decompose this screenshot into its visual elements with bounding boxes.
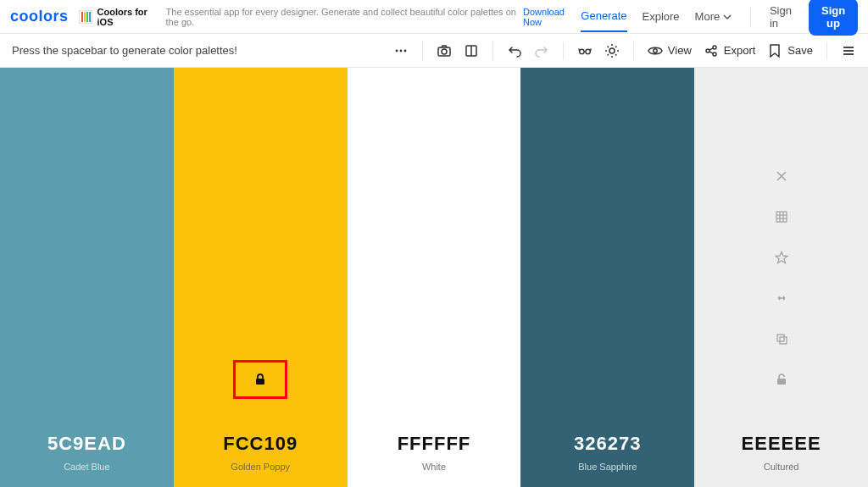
glasses-icon[interactable] [577,43,593,58]
svg-rect-39 [780,337,787,344]
svg-rect-40 [777,379,786,385]
favorite-button[interactable] [772,248,791,267]
undo-icon[interactable] [507,43,522,58]
menu-icon[interactable] [841,43,856,58]
export-label: Export [724,44,756,57]
swatch-5c9ead[interactable]: 5C9EADCadet Blue [0,68,174,487]
hex-code[interactable]: EEEEEE [742,433,821,455]
svg-line-27 [709,47,713,49]
svg-point-26 [713,53,716,56]
view-label: View [668,44,692,57]
promo-desc: The essential app for every designer. Ge… [166,7,518,27]
svg-rect-1 [81,12,83,22]
swatch-tools [772,167,791,389]
shades-button[interactable] [772,208,791,226]
nav-explore[interactable]: Explore [643,2,680,31]
color-name: Cultured [764,462,799,472]
svg-rect-4 [89,12,91,22]
save-label: Save [787,44,813,57]
swatch-eeeeee[interactable]: EEEEEECultured [694,68,868,487]
camera-icon[interactable] [437,43,452,58]
app-icon [79,10,92,24]
toolbar: Press the spacebar to generate color pal… [0,34,868,68]
swatch-ffffff[interactable]: FFFFFFWhite [348,68,521,487]
svg-line-21 [615,46,617,47]
color-name: Cadet Blue [64,462,109,472]
nav-links: Generate Explore More Sign in Sign up [581,0,858,38]
save-button[interactable]: Save [767,43,813,58]
svg-rect-33 [776,212,787,222]
svg-line-28 [709,51,713,53]
svg-point-5 [395,49,398,52]
nav-generate[interactable]: Generate [581,1,626,32]
signup-button[interactable]: Sign up [809,0,858,36]
nav-divider [750,8,751,26]
svg-line-19 [607,46,609,47]
nav-more-label: More [695,10,721,23]
palette: 5C9EADCadet BlueFCC109Golden PoppyFFFFFF… [0,68,868,487]
move-button[interactable] [772,289,791,307]
eye-icon [648,43,663,58]
color-name: Blue Sapphire [578,462,637,472]
copy-button[interactable] [772,329,791,348]
logo[interactable]: coolors [10,8,69,25]
svg-line-22 [607,54,609,56]
view-button[interactable]: View [648,43,692,58]
svg-rect-3 [86,12,88,22]
chevron-down-icon [723,13,732,21]
svg-rect-38 [777,335,784,341]
svg-point-12 [580,49,584,53]
collage-icon[interactable] [464,43,479,58]
promo-download-link[interactable]: Download Now [523,7,581,27]
lock-icon [253,372,268,387]
toolbar-hint: Press the spacebar to generate color pal… [12,44,237,57]
share-icon [704,43,719,58]
locked-indicator[interactable] [233,360,287,399]
svg-rect-2 [84,12,86,22]
promo-title: Coolors for iOS [97,7,161,27]
redo-icon[interactable] [534,43,549,58]
hex-code[interactable]: 5C9EAD [47,433,126,455]
svg-point-24 [706,49,709,53]
svg-point-13 [586,49,590,53]
nav-signin[interactable]: Sign in [770,0,793,38]
export-button[interactable]: Export [704,43,756,58]
topbar: coolors Coolors for iOS The essential ap… [0,0,868,34]
hex-code[interactable]: 326273 [574,433,641,455]
more-dots-icon[interactable] [393,43,409,58]
promo-banner: Coolors for iOS The essential app for ev… [79,7,581,27]
bookmark-icon [767,43,782,58]
hex-code[interactable]: FCC109 [223,433,298,455]
svg-point-6 [399,49,402,52]
svg-point-7 [403,49,406,52]
color-name: Golden Poppy [231,462,290,472]
hex-code[interactable]: FFFFFF [398,433,471,455]
svg-point-23 [654,48,657,52]
svg-point-25 [713,46,716,49]
toolbar-right: View Export Save [393,42,856,60]
svg-rect-32 [256,379,264,385]
lock-toggle-button[interactable] [772,370,791,389]
swatch-326273[interactable]: 326273Blue Sapphire [520,68,694,487]
nav-more[interactable]: More [695,2,732,31]
svg-point-14 [609,48,615,53]
remove-color-button[interactable] [772,167,791,185]
color-name: White [422,462,446,472]
brightness-icon[interactable] [604,43,620,58]
svg-point-9 [442,49,447,54]
svg-line-20 [615,54,617,56]
swatch-fcc109[interactable]: FCC109Golden Poppy [174,68,348,487]
